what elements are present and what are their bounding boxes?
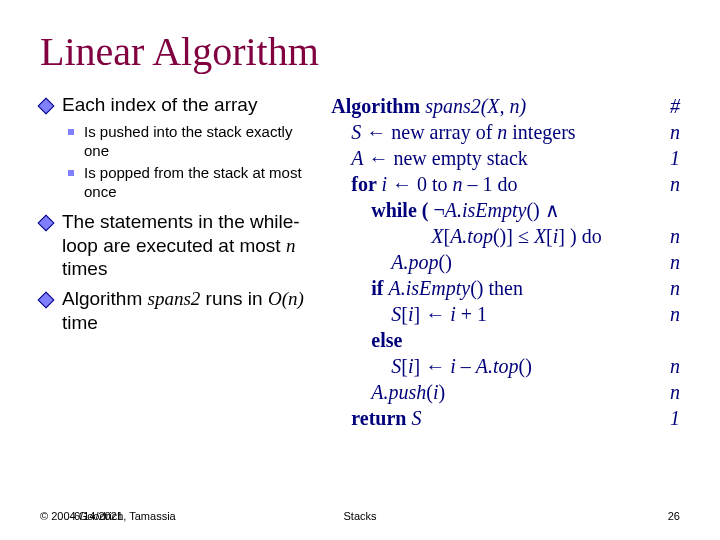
text: ] ) do [558,225,601,247]
bullet-1-text: Each index of the array [62,93,311,117]
text: ] ← [413,303,450,325]
bullet-2-text: The statements in the while-loop are exe… [62,210,311,281]
indent [331,381,371,403]
slide-title: Linear Algorithm [40,28,680,75]
indent [331,225,431,247]
text: – 1 do [463,173,518,195]
var: S [411,407,421,429]
spans2: spans2 [148,288,201,309]
call: A.isEmpty [445,199,527,221]
count: n [664,249,680,275]
alg-line-2: S ← new array of n integersn [331,119,680,145]
bullet-1b: Is popped from the stack at most once [68,164,311,202]
text: The statements in the while-loop are exe… [62,211,300,256]
date-overlay: 6/14/2021 [74,510,123,522]
call: A.isEmpty [388,277,470,299]
big-o: O(n) [268,288,304,309]
count: n [664,171,680,197]
var: A [351,147,363,169]
text: ( [426,381,433,403]
text: – [456,355,476,377]
square-icon [68,170,74,176]
text: integers [507,121,575,143]
text: ← new array of [361,121,497,143]
bullet-3: Algorithm spans2 runs in O(n) time [40,287,311,335]
diamond-icon [38,214,55,231]
indent [331,121,351,143]
text: ← new empty stack [363,147,527,169]
bullet-1a: Is pushed into the stack exactly one [68,123,311,161]
footer-right: 26 [668,510,680,522]
algorithm-block: Algorithm spans2(X, n)# S ← new array of… [331,93,680,431]
count: 1 [664,145,680,171]
bullet-2: The statements in the while-loop are exe… [40,210,311,281]
count: n [664,379,680,405]
kw: for [351,173,381,195]
alg-line-13: return S1 [331,405,680,431]
alg-line-11: S[i] ← i – A.top()n [331,353,680,379]
alg-line-3: A ← new empty stack1 [331,145,680,171]
alg-line-12: A.push(i)n [331,379,680,405]
indent [331,329,371,351]
var: X [534,225,546,247]
indent [331,355,391,377]
left-column: Each index of the array Is pushed into t… [40,93,311,431]
text: () [519,355,532,377]
text: [ [546,225,553,247]
call: A.top [476,355,519,377]
indent [331,251,391,273]
op: ¬ [433,199,444,221]
var: S [391,303,401,325]
count: # [664,93,680,119]
count: n [664,119,680,145]
count: n [664,353,680,379]
indent [331,277,371,299]
bullet-1a-text: Is pushed into the stack exactly one [84,123,311,161]
var: X [431,225,443,247]
alg-line-10: else [331,327,680,353]
columns: Each index of the array Is pushed into t… [40,93,680,431]
alg-line-4: for i ← 0 to n – 1 don [331,171,680,197]
slide: Linear Algorithm Each index of the array… [0,0,720,540]
kw: return [351,407,411,429]
diamond-icon [38,98,55,115]
indent [331,407,351,429]
text: ()] ≤ [493,225,534,247]
call: A.push [371,381,426,403]
count: n [664,275,680,301]
kw: while ( [371,199,433,221]
text: ) [438,381,445,403]
var: S [391,355,401,377]
alg-line-5: while ( ¬A.isEmpty() ∧ [331,197,680,223]
kw: Algorithm [331,95,425,117]
text: Algorithm [62,288,148,309]
text: time [62,312,98,333]
indent [331,303,391,325]
kw: else [371,329,402,351]
text: ← 0 to [387,173,453,195]
alg-line-1: Algorithm spans2(X, n)# [331,93,680,119]
call: A.pop [391,251,438,273]
diamond-icon [38,292,55,309]
text: () ∧ [526,199,559,221]
indent [331,173,351,195]
alg-line-8: if A.isEmpty() thenn [331,275,680,301]
alg-line-6: X[A.top()] ≤ X[i] ) don [331,223,680,249]
text: times [62,258,107,279]
text: () [438,251,451,273]
text: ] ← [413,355,450,377]
alg-line-7: A.pop()n [331,249,680,275]
n-var: n [286,235,296,256]
footer-left: © 2004 Goodrich, Tamassia 6/14/2021 [40,510,176,522]
alg-line-9: S[i] ← i + 1n [331,301,680,327]
count: n [664,223,680,249]
count: 1 [664,405,680,431]
bullet-1: Each index of the array [40,93,311,117]
count: n [664,301,680,327]
call: spans2(X, n) [425,95,526,117]
var: n [453,173,463,195]
var: n [497,121,507,143]
text: [ [401,303,408,325]
footer: © 2004 Goodrich, Tamassia 6/14/2021 Stac… [0,510,720,522]
footer-center: Stacks [343,510,376,522]
